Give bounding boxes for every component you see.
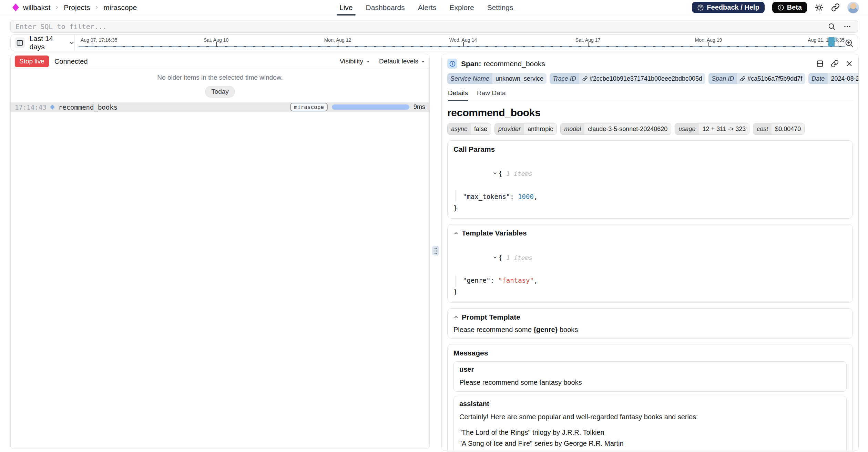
timeline-tick [216, 42, 217, 47]
span-id-badge[interactable]: Span ID #ca51b6a7f5b9dd7f [708, 73, 805, 84]
chevron-down-icon [366, 59, 370, 64]
tab-settings[interactable]: Settings [487, 0, 513, 15]
timeline-tick-label: Aug 21, 17:16:35 [808, 37, 845, 43]
span-diamond-icon [50, 104, 55, 110]
empty-window-message: No older items in the selected time wind… [11, 74, 429, 81]
function-name-heading: recommend_books [447, 107, 853, 119]
tab-alerts[interactable]: Alerts [418, 0, 437, 15]
book-line: "The Wheel of Time" series by Robert Jor… [459, 449, 841, 451]
close-icon[interactable] [846, 60, 853, 67]
cost-badge: cost$0.00470 [753, 123, 805, 135]
today-badge[interactable]: Today [205, 86, 235, 98]
trace-id-badge[interactable]: Trace ID #2ccbe10b91e371741b00eee2bdbc00… [550, 73, 705, 84]
trace-row[interactable]: 17:14:43 recommend_books mirascope 9ms [11, 102, 429, 112]
collapse-toggle-icon[interactable] [493, 255, 497, 260]
tab-raw-data[interactable]: Raw Data [477, 89, 506, 101]
zoom-in-icon[interactable] [844, 38, 854, 48]
timeline-tick [838, 42, 838, 47]
timeline-selection-bar[interactable] [828, 37, 835, 47]
span-title-value: recommend_books [483, 60, 545, 68]
timeline-selection-nub [835, 37, 837, 42]
messages-title: Messages [453, 349, 847, 357]
app-header: willbakst Projects mirascope Live Dashbo… [0, 0, 868, 15]
timeline-tick [338, 42, 338, 47]
date-badge: Date 2024-08-21 [808, 73, 859, 84]
prompt-template-card: Prompt Template Please recommend some {g… [447, 308, 853, 339]
duration-bar [332, 104, 409, 110]
beta-button[interactable]: Beta [772, 2, 807, 13]
help-circle-icon [697, 4, 704, 11]
main-nav: Live Dashboards Alerts Explore Settings [339, 0, 513, 15]
link-icon [582, 76, 588, 81]
more-menu-icon[interactable] [843, 22, 851, 31]
timeline-axis [79, 46, 845, 47]
chevron-right-icon [54, 5, 60, 10]
default-levels-dropdown[interactable]: Default levels [379, 58, 425, 65]
feedback-help-button[interactable]: Feedback / Help [692, 2, 764, 13]
user-message-text: Please recommend some fantasy books [459, 378, 841, 388]
attribute-badges: asyncfalse provideranthropic modelclaude… [447, 123, 853, 135]
span-header: Span: recommend_books [447, 59, 853, 69]
timeline-tick [463, 42, 464, 47]
template-variables-json: { 1 items "genre": "fantasy", } [453, 240, 847, 298]
service-name-badge: Service Name unknown_service [447, 73, 547, 84]
timeline-bar: Last 14 days Aug 07, 17:16:35 Sat, Aug 1… [10, 34, 858, 51]
info-circle-icon [777, 4, 784, 11]
trace-name: recommend_books [59, 103, 118, 111]
breadcrumb-project[interactable]: mirascope [103, 3, 137, 12]
timeline-tick [708, 42, 709, 47]
brand-logo-icon[interactable] [12, 3, 19, 11]
timeline-plot[interactable]: Aug 07, 17:16:35 Sat, Aug 10 Mon, Aug 12… [74, 35, 840, 51]
assistant-intro: Certainly! Here are some popular and wel… [459, 412, 841, 422]
timeline-tick-label: Aug 07, 17:16:35 [81, 37, 118, 43]
span-details-content: recommend_books asyncfalse provideranthr… [447, 107, 853, 451]
sidebar-toggle-icon[interactable] [15, 37, 25, 48]
span-meta-row: Service Name unknown_service Trace ID #2… [447, 73, 853, 84]
prompt-template-text: Please recommend some {genre} books [453, 326, 847, 334]
tab-dashboards[interactable]: Dashboards [366, 0, 405, 15]
span-title-label: Span: [461, 60, 481, 68]
span-tabs: Details Raw Data [447, 89, 853, 101]
messages-card: Messages user Please recommend some fant… [447, 344, 853, 451]
theme-toggle-icon[interactable] [815, 3, 824, 12]
tab-live[interactable]: Live [339, 0, 353, 15]
chevron-up-icon[interactable] [453, 231, 459, 236]
tab-explore[interactable]: Explore [449, 0, 474, 15]
user-avatar[interactable] [847, 2, 859, 13]
timeline-tick [92, 42, 92, 47]
scope-badge: mirascope [290, 103, 328, 111]
sql-filter-input[interactable] [11, 22, 828, 31]
book-list: "The Lord of the Rings" trilogy by J.R.R… [459, 427, 841, 451]
call-params-title: Call Params [453, 145, 847, 153]
split-view-icon[interactable] [816, 60, 824, 68]
sql-filter-bar [10, 20, 858, 33]
collapse-toggle-icon[interactable] [493, 171, 497, 175]
chevron-up-icon[interactable] [453, 314, 459, 320]
visibility-dropdown[interactable]: Visibility [340, 58, 370, 65]
user-message-card: user Please recommend some fantasy books [453, 361, 847, 392]
call-params-json: { 1 items "max_tokens": 1000, } [453, 157, 847, 214]
info-level-icon [447, 59, 457, 69]
time-range-dropdown[interactable]: Last 14 days [29, 34, 74, 51]
search-icon[interactable] [828, 22, 836, 30]
link-icon [740, 76, 745, 81]
template-variable-token: {genre} [533, 326, 558, 333]
copy-link-icon[interactable] [831, 60, 839, 68]
grip-dots-icon [434, 247, 437, 254]
tab-details[interactable]: Details [448, 89, 468, 101]
timeline-tick [588, 42, 589, 47]
breadcrumb-projects[interactable]: Projects [64, 3, 90, 12]
chevron-down-icon [69, 40, 74, 46]
stop-live-button[interactable]: Stop live [15, 56, 49, 67]
share-link-icon[interactable] [831, 3, 840, 12]
message-role: assistant [459, 400, 841, 408]
connection-status: Connected [54, 58, 88, 66]
breadcrumb: willbakst Projects mirascope [12, 0, 137, 15]
book-line: "A Song of Ice and Fire" series by Georg… [459, 438, 841, 449]
book-line: "The Lord of the Rings" trilogy by J.R.R… [459, 427, 841, 438]
header-actions: Feedback / Help Beta [692, 0, 859, 15]
span-detail-panel: Span: recommend_books Service Name unkno… [441, 54, 859, 451]
panel-resize-handle[interactable] [432, 246, 439, 255]
breadcrumb-org[interactable]: willbakst [23, 3, 50, 12]
assistant-message-card: assistant Certainly! Here are some popul… [453, 396, 847, 451]
